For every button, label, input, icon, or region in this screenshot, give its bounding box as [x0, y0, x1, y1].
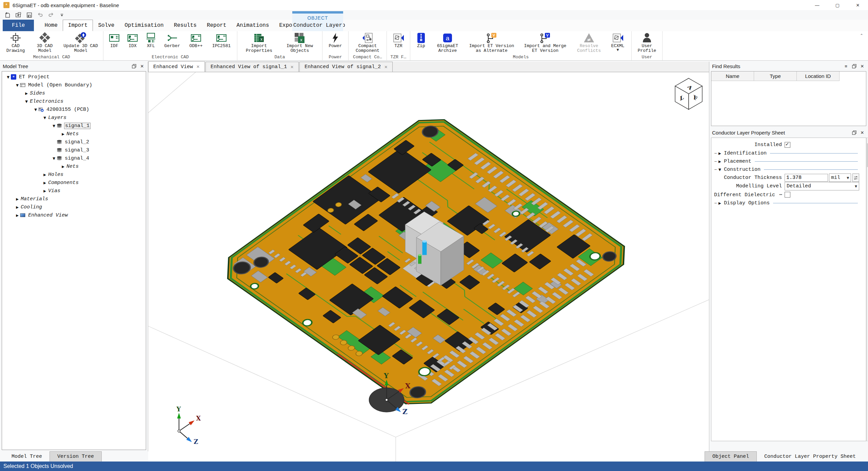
installed-checkbox[interactable]	[785, 142, 790, 148]
close-button[interactable]: ✕	[848, 0, 868, 10]
modelling-level-dropdown[interactable]: Detailed ▼	[785, 182, 859, 190]
close-panel-icon[interactable]: ✕	[859, 130, 865, 135]
tree-expander-icon[interactable]: ▼	[24, 100, 29, 103]
tree-expander-icon[interactable]: ▼	[5, 75, 11, 79]
menu-import[interactable]: Import	[63, 20, 93, 31]
menu-icon[interactable]: ≡	[843, 63, 849, 69]
tree-expander-icon[interactable]: ▶	[60, 165, 66, 168]
tree-item-layers[interactable]: ▼Layers	[2, 114, 146, 122]
tree-expander-icon[interactable]: ▼	[51, 157, 57, 160]
close-tab-icon[interactable]: ✕	[196, 64, 200, 69]
tree-expander-icon[interactable]: ▶	[15, 205, 20, 209]
tree-expander-icon[interactable]: ▶	[42, 181, 47, 185]
view-cube[interactable]: ALF	[675, 78, 702, 109]
tree-item-components[interactable]: ▶Components	[2, 179, 146, 187]
scroll-down-icon[interactable]: ▼	[867, 436, 868, 441]
dock-tab-conductor-layer-property-sheet[interactable]: Conductor Layer Property Sheet	[757, 451, 863, 462]
menu-file[interactable]: File	[3, 20, 34, 31]
menu-home[interactable]: Home	[39, 20, 62, 31]
menu-optimisation[interactable]: Optimisation	[119, 20, 169, 31]
different-dielectric-ellipsis-button[interactable]: ⋯	[778, 192, 783, 198]
ribbon-button-odb[interactable]: ODB++	[185, 32, 207, 49]
view-tab-enhanced-view-of-signal-2[interactable]: Enhanced View of signal_2✕	[299, 62, 393, 72]
tree-expander-icon[interactable]: ▶	[60, 132, 66, 136]
ribbon-button-update-3d-cad-model[interactable]: Update 3D CAD Model	[60, 32, 101, 54]
tree-expander-icon[interactable]: ▼	[51, 124, 57, 128]
ribbon-button-xfl[interactable]: XFL	[142, 32, 160, 49]
tree-expander-icon[interactable]: ▶	[42, 189, 47, 193]
tree-expander-icon[interactable]: ▶	[24, 91, 29, 95]
pcb-3d-view[interactable]: YXZYXZALF	[148, 72, 709, 462]
ribbon-button-3d-cad-model[interactable]: 3D CAD Model	[30, 32, 60, 54]
tree-item-cooling[interactable]: ▶Cooling	[2, 203, 146, 211]
close-panel-icon[interactable]: ✕	[859, 63, 865, 69]
section-placement[interactable]: –▶ Placement	[714, 157, 859, 165]
tree-item-signal-2[interactable]: signal_2	[2, 138, 146, 146]
undo-button[interactable]	[37, 12, 43, 18]
menu-conductor-layer[interactable]: Conductor Layer	[292, 20, 343, 31]
ribbon-button-compact-component[interactable]: Compact Component	[351, 32, 384, 54]
ribbon-collapse-icon[interactable]: ⌃	[860, 33, 863, 38]
ribbon-button-import-and-merge-et-version[interactable]: VImport and Merge ET Version	[519, 32, 572, 54]
new-project-button[interactable]	[4, 12, 11, 18]
menu-solve[interactable]: Solve	[93, 20, 119, 31]
float-panel-icon[interactable]	[851, 130, 857, 135]
find-results-column-type[interactable]: Type	[754, 71, 797, 81]
redo-button[interactable]	[47, 12, 54, 18]
tree-expander-icon[interactable]: ▶	[15, 213, 20, 217]
ribbon-button-idx[interactable]: IDX	[124, 32, 141, 49]
menu-results[interactable]: Results	[169, 20, 202, 31]
ribbon-button-ipc2581[interactable]: IPC2581	[208, 32, 235, 49]
ribbon-button-resolve-conflicts[interactable]: ≠Resolve Conflicts	[572, 32, 606, 54]
ribbon-button-idf[interactable]: IDF	[105, 32, 123, 49]
find-results-column-location-id[interactable]: Location ID	[797, 71, 840, 81]
ribbon-button-user-profile[interactable]: User Profile	[634, 32, 660, 54]
tree-item-signal-3[interactable]: signal_3	[2, 146, 146, 154]
tree-item-et-project[interactable]: ▼*ET Project	[2, 73, 146, 81]
tree-expander-icon[interactable]: ▼	[42, 116, 47, 120]
minimize-button[interactable]: —	[807, 0, 827, 10]
tree-item-signal-4[interactable]: ▼signal_4	[2, 154, 146, 162]
float-panel-icon[interactable]	[851, 63, 857, 69]
menu-report[interactable]: Report	[202, 20, 232, 31]
view-tab-enhanced-view-of-signal-1[interactable]: Enhanced View of signal_1✕	[205, 62, 299, 72]
ribbon-button-tzr[interactable]: TZR	[389, 32, 408, 49]
close-tab-icon[interactable]: ✕	[384, 65, 388, 69]
ribbon-button-cad-drawing[interactable]: CAD Drawing	[2, 32, 29, 54]
tree-expander-icon[interactable]: ▶	[42, 173, 47, 177]
dock-tab-object-panel[interactable]: Object Panel	[705, 451, 757, 462]
tree-expander-icon[interactable]: ▼	[15, 83, 20, 87]
maximize-button[interactable]: ▢	[827, 0, 848, 10]
dock-tab-model-tree[interactable]: Model Tree	[4, 451, 50, 462]
section-construction[interactable]: –▼ Construction	[714, 165, 859, 173]
scroll-up-icon[interactable]: ▲	[867, 138, 868, 143]
ribbon-button-import-new-objects[interactable]: xImport New Objects	[279, 32, 320, 54]
tree-item-signal-1[interactable]: ▼signal_1	[2, 122, 146, 130]
tree-item-model-open-boundary[interactable]: ▼Model (Open Boundary)	[2, 81, 146, 89]
dock-tab-version-tree[interactable]: Version Tree	[50, 451, 102, 462]
tree-expander-icon[interactable]: ▶	[15, 197, 20, 201]
section-display-options[interactable]: –▶ Display Options	[714, 199, 859, 207]
tree-item-sides[interactable]: ▶Sides	[2, 89, 146, 97]
ribbon-button-ecxml[interactable]: ECXML▼	[606, 32, 629, 52]
tree-item-nets[interactable]: ▶Nets	[2, 130, 146, 138]
thickness-unit-dropdown[interactable]: mil ▼	[829, 173, 851, 182]
property-sheet-scrollbar[interactable]: ▲ ▼	[866, 138, 868, 441]
ribbon-button-import-properties[interactable]: xImport Properties	[239, 32, 279, 54]
tree-item-42003155-pcb[interactable]: ▼42003155 (PCB)	[2, 105, 146, 114]
tree-expander-icon[interactable]: ▼	[33, 108, 38, 111]
tree-item-nets[interactable]: ▶Nets	[2, 162, 146, 170]
ribbon-button-zip[interactable]: Zip	[412, 32, 430, 49]
save-button[interactable]	[26, 12, 33, 18]
unit-convert-button[interactable]	[852, 173, 859, 182]
ribbon-button-power[interactable]: Power	[324, 32, 346, 49]
tree-item-vias[interactable]: ▶Vias	[2, 187, 146, 195]
view-tab-enhanced-view[interactable]: Enhanced View✕	[148, 61, 205, 72]
tree-item-electronics[interactable]: ▼Electronics	[2, 97, 146, 105]
close-tab-icon[interactable]: ✕	[290, 65, 294, 69]
open-project-button[interactable]	[15, 12, 22, 18]
conductor-thickness-input[interactable]	[785, 174, 828, 182]
tree-item-enhanced-view[interactable]: ▶Enhanced View	[2, 211, 146, 219]
find-results-column-name[interactable]: Name	[711, 71, 754, 81]
menu-animations[interactable]: Animations	[231, 20, 274, 31]
